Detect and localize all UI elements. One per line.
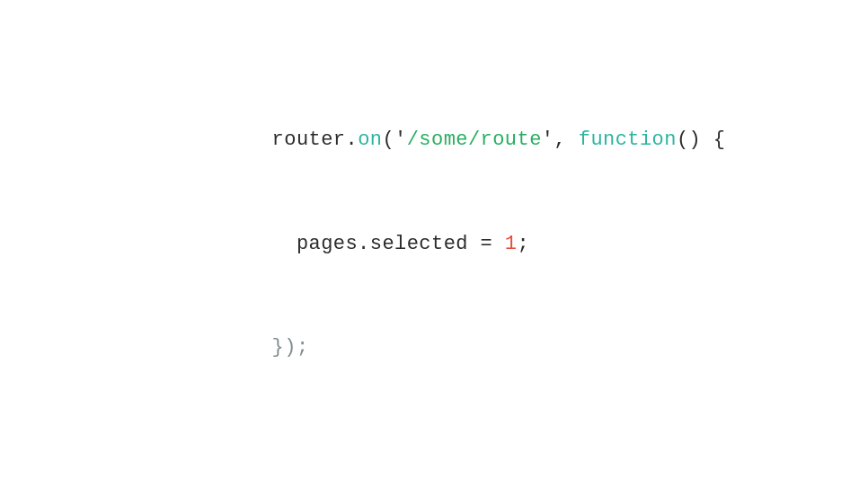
closing-brace: }); [272,336,309,359]
code-line-1: router.on('/some/route', function() { [223,88,725,192]
value-1: 1 [505,232,518,254]
code-line-2: pages.selected = 1; [223,192,725,297]
comma-space: ', [542,129,579,151]
code-block: router.on('/some/route', function() { pa… [223,88,725,400]
dot-2: . [358,232,370,254]
equals-space: = [468,232,505,254]
dot-1: . [345,129,358,151]
brace-open: () { [677,129,726,151]
function-keyword: function [579,129,677,151]
semicolon-1: ; [518,232,530,254]
selected-prop: selected [370,232,468,254]
on-method: on [358,129,382,151]
router-keyword: router [272,129,346,151]
pages-indent: pages [272,232,359,254]
code-line-3: }); [223,296,725,400]
paren-open-1: (' [382,129,406,151]
route-string: /some/route [407,129,542,151]
